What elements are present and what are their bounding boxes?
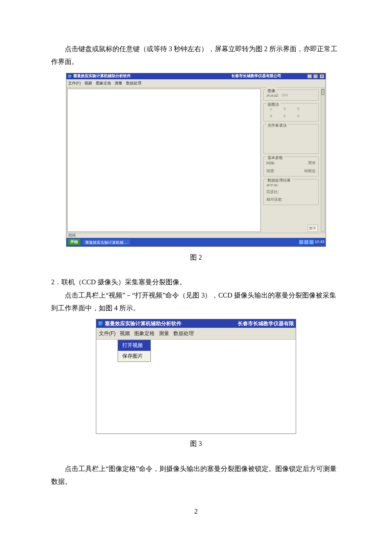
tray-icon[interactable] (309, 240, 314, 244)
group-surface: 面图法 0 0 0 0 0 0 (263, 103, 319, 121)
group-result-title: 数据处理结果 (266, 177, 292, 184)
base-row-2: 强度: 特斯拉 (266, 168, 316, 175)
group-multi-title: 光学多道法 (266, 122, 288, 129)
val: 0 (280, 113, 289, 120)
menu-process[interactable]: 数据处理 (173, 329, 194, 338)
section-2-head: 2．联机（CCD 摄像头）采集塞曼分裂图像。 (51, 276, 341, 289)
fig2-sidebar: 图像 灰度值: 256 面图法 0 0 0 0 0 0 (262, 88, 326, 233)
group-image: 图像 灰度值: 256 (263, 90, 319, 101)
gray-value: 256 (282, 93, 288, 97)
val: 0 (294, 113, 303, 120)
figure-3: 塞曼效应实验计算机辅助分析软件 长春市长城教学仪器有限 文件(F) 视频 图象定… (51, 319, 341, 434)
tray-icon[interactable] (299, 240, 303, 244)
menu-freeze[interactable]: 图象定格 (134, 329, 155, 338)
taskbar[interactable]: 开始 塞曼效应实验计算机辅… 10:43 (66, 238, 326, 246)
scroll-thumb[interactable] (321, 89, 324, 95)
unit: 特斯拉 (304, 168, 316, 175)
result-line-3: 相对误差: (266, 196, 316, 203)
group-multi: 光学多道法 (263, 124, 319, 154)
surface-row2: 0 0 0 (266, 113, 316, 120)
fig2-title-text: 塞曼效应实验计算机辅助分析软件 (73, 72, 131, 80)
paragraph-2: 点击工具栏上“视频”－“打开视频”命令（见图 3），CCD 摄像头输出的塞曼分裂… (51, 289, 341, 315)
app-icon (68, 74, 72, 78)
menu-process[interactable]: 数据处理 (126, 81, 141, 85)
fig2-canvas[interactable] (67, 89, 261, 232)
dropdown-save-image[interactable]: 保存图片 (118, 351, 150, 361)
close-icon[interactable]: × (320, 74, 324, 78)
result-line-2: 荷质比: (266, 188, 316, 196)
menu-video[interactable]: 视频 (84, 81, 92, 85)
group-base: 基本参数 间隔: 厘米 强度: 特斯拉 (263, 156, 319, 176)
fig2-window: 塞曼效应实验计算机辅助分析软件 长春市长城教学仪器有限公司 _ □ × 文件(F… (66, 73, 326, 247)
start-button[interactable]: 开始 (68, 239, 81, 245)
caption-fig3: 图 3 (51, 437, 341, 450)
system-tray[interactable]: 10:43 (299, 238, 324, 246)
menu-measure[interactable]: 测量 (159, 329, 169, 338)
val: 0 (294, 105, 303, 113)
page-number: 2 (51, 505, 341, 518)
app-icon (98, 321, 103, 326)
window-controls[interactable]: _ □ × (307, 72, 324, 80)
menu-freeze[interactable]: 图象定格 (96, 81, 111, 85)
menu-video[interactable]: 视频 (120, 329, 130, 338)
fig2-titlebar[interactable]: 塞曼效应实验计算机辅助分析软件 长春市长城教学仪器有限公司 _ □ × (66, 73, 326, 79)
scrollbar[interactable] (321, 89, 325, 232)
fig2-body: 图像 灰度值: 256 面图法 0 0 0 0 0 0 (66, 88, 326, 233)
val: 0 (266, 113, 276, 120)
group-surface-title: 面图法 (266, 101, 280, 108)
val: 0 (280, 105, 289, 113)
dropdown-open-video[interactable]: 打开视频 (118, 340, 150, 351)
menu-file[interactable]: 文件(F) (68, 81, 81, 85)
taskbar-item[interactable]: 塞曼效应实验计算机辅… (82, 239, 130, 245)
caption-fig2: 图 2 (51, 251, 341, 264)
fig3-window: 塞曼效应实验计算机辅助分析软件 长春市长城教学仪器有限 文件(F) 视频 图象定… (96, 319, 296, 434)
fig2-company: 长春市长城教学仪器有限公司 (231, 72, 281, 80)
paragraph-1: 点击键盘或鼠标的任意键（或等待 3 秒钟左右），屏幕立即转为图 2 所示界面，亦… (51, 43, 341, 69)
minimize-icon[interactable]: _ (307, 74, 312, 78)
unit: 厘米 (308, 159, 316, 167)
fig3-title-text: 塞曼效应实验计算机辅助分析软件 (105, 319, 182, 329)
fig3-canvas[interactable]: 打开视频 保存图片 (96, 340, 296, 434)
figure-2: 塞曼效应实验计算机辅助分析软件 长春市长城教学仪器有限公司 _ □ × 文件(F… (51, 73, 341, 248)
video-dropdown[interactable]: 打开视频 保存图片 (118, 340, 151, 362)
tray-clock: 10:43 (314, 238, 324, 246)
fig2-menu-bar[interactable]: 文件(F) 视频 图象定格 测量 数据处理 (66, 79, 326, 88)
status-text: 就绪 (68, 232, 76, 239)
menu-file[interactable]: 文件(F) (99, 329, 115, 338)
group-result: 数据处理结果 波长差: 荷质比: 相对误差: (263, 179, 319, 205)
menu-measure[interactable]: 测量 (115, 81, 122, 85)
maximize-icon[interactable]: □ (313, 74, 318, 78)
label: 强度: (266, 168, 275, 175)
group-base-title: 基本参数 (266, 154, 284, 162)
fig3-titlebar[interactable]: 塞曼效应实验计算机辅助分析软件 长春市长城教学仪器有限 (96, 319, 296, 328)
corner-indicator: 数字 (308, 225, 318, 232)
paragraph-3: 点击工具栏上“图像定格”命令，则摄像头输出的塞曼分裂图像被锁定。图像锁定后方可测… (51, 462, 341, 489)
group-image-title: 图像 (266, 87, 277, 95)
tray-icon[interactable] (304, 240, 308, 244)
fig3-menu-bar[interactable]: 文件(F) 视频 图象定格 测量 数据处理 (96, 328, 296, 340)
fig2-status-bar: 就绪 (66, 233, 326, 238)
fig3-company: 长春市长城教学仪器有限 (238, 319, 294, 329)
